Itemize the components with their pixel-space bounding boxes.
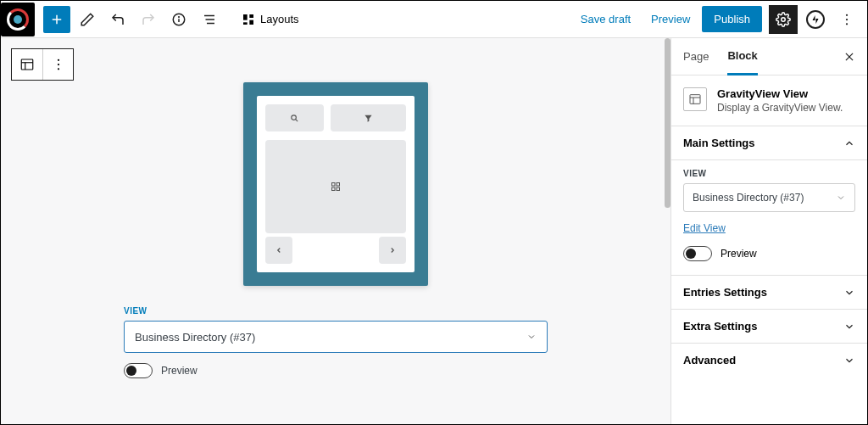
svg-rect-24 xyxy=(332,183,336,187)
svg-point-15 xyxy=(846,23,848,25)
chevron-up-icon xyxy=(843,137,855,149)
svg-line-23 xyxy=(295,119,298,121)
panel-main-settings-body: VIEW Business Directory (#37) Edit View … xyxy=(671,160,867,276)
chevron-down-icon xyxy=(526,332,537,342)
search-icon xyxy=(290,114,299,123)
settings-sidebar: Page Block GravityView View Display a Gr… xyxy=(670,38,867,424)
svg-rect-26 xyxy=(332,187,336,191)
settings-button[interactable] xyxy=(769,5,798,34)
list-view-button[interactable] xyxy=(196,6,223,33)
preview-button[interactable]: Preview xyxy=(643,13,698,25)
sidebar-view-select[interactable]: Business Directory (#37) xyxy=(683,183,855,212)
layouts-button[interactable]: Layouts xyxy=(233,13,308,26)
svg-point-20 xyxy=(57,64,58,65)
block-toolbar xyxy=(11,48,74,81)
gravityview-block-preview[interactable] xyxy=(243,82,428,286)
svg-rect-16 xyxy=(21,59,33,70)
gear-icon xyxy=(776,12,791,27)
filter-icon xyxy=(364,114,373,123)
chevron-left-icon xyxy=(275,246,283,254)
block-info-icon xyxy=(683,87,707,111)
svg-rect-11 xyxy=(243,22,248,25)
chevron-down-icon xyxy=(836,193,846,203)
site-logo[interactable] xyxy=(1,3,35,36)
preview-prev-button xyxy=(265,237,292,264)
svg-point-14 xyxy=(846,18,848,20)
undo-button[interactable] xyxy=(104,6,131,33)
publish-button[interactable]: Publish xyxy=(702,6,762,32)
svg-rect-9 xyxy=(249,14,253,18)
edit-view-link[interactable]: Edit View xyxy=(683,222,726,234)
more-menu-button[interactable] xyxy=(833,6,860,33)
panel-main-settings-header[interactable]: Main Settings xyxy=(671,126,867,160)
save-draft-button[interactable]: Save draft xyxy=(572,13,639,25)
add-block-button[interactable] xyxy=(43,6,70,33)
panel-entries-header[interactable]: Entries Settings xyxy=(671,276,867,310)
panel-extra-header[interactable]: Extra Settings xyxy=(671,310,867,344)
grid-icon xyxy=(331,182,341,192)
tab-page[interactable]: Page xyxy=(683,38,709,75)
preview-search-tile xyxy=(265,104,324,131)
svg-rect-30 xyxy=(690,95,700,104)
svg-point-19 xyxy=(57,59,58,61)
edit-mode-button[interactable] xyxy=(74,6,101,33)
jetpack-button[interactable] xyxy=(806,10,825,29)
preview-filter-tile xyxy=(331,104,406,131)
tab-block[interactable]: Block xyxy=(727,39,757,75)
scrollbar[interactable] xyxy=(665,38,670,208)
svg-point-12 xyxy=(782,17,786,21)
svg-point-22 xyxy=(292,115,297,120)
svg-point-21 xyxy=(57,68,58,70)
close-icon xyxy=(843,51,855,63)
chevron-down-icon xyxy=(843,321,855,333)
close-sidebar-button[interactable] xyxy=(843,51,855,63)
block-info-title: GravityView View xyxy=(717,87,843,100)
preview-toggle[interactable] xyxy=(124,363,153,378)
preview-toggle-label: Preview xyxy=(161,365,198,377)
chevron-right-icon xyxy=(388,246,397,254)
svg-rect-25 xyxy=(337,183,340,187)
preview-next-button xyxy=(379,237,406,264)
chevron-down-icon xyxy=(843,355,855,366)
svg-point-4 xyxy=(179,16,180,17)
svg-rect-10 xyxy=(249,20,253,24)
sidebar-view-value: Business Directory (#37) xyxy=(693,192,804,204)
info-button[interactable] xyxy=(165,6,192,33)
chevron-down-icon xyxy=(843,287,855,299)
block-info-description: Display a GravityView View. xyxy=(717,102,843,114)
view-field-label: VIEW xyxy=(124,306,548,316)
svg-rect-27 xyxy=(337,187,340,191)
sidebar-preview-toggle[interactable] xyxy=(683,246,712,261)
sidebar-view-label: VIEW xyxy=(683,169,855,178)
editor-canvas[interactable]: VIEW Business Directory (#37) Preview xyxy=(1,38,670,424)
layouts-label: Layouts xyxy=(260,13,299,25)
view-select[interactable]: Business Directory (#37) xyxy=(124,321,548,353)
panel-advanced-header[interactable]: Advanced xyxy=(671,344,867,377)
top-toolbar: Layouts Save draft Preview Publish xyxy=(1,1,867,38)
redo-button[interactable] xyxy=(135,6,162,33)
sidebar-preview-toggle-label: Preview xyxy=(721,248,757,260)
block-type-icon xyxy=(19,57,35,72)
block-type-button[interactable] xyxy=(12,49,42,80)
svg-rect-8 xyxy=(243,14,248,20)
layouts-icon xyxy=(242,13,255,26)
view-select-value: Business Directory (#37) xyxy=(135,331,255,344)
svg-point-13 xyxy=(846,14,848,15)
block-more-button[interactable] xyxy=(42,49,73,80)
preview-content-tile xyxy=(265,140,406,233)
